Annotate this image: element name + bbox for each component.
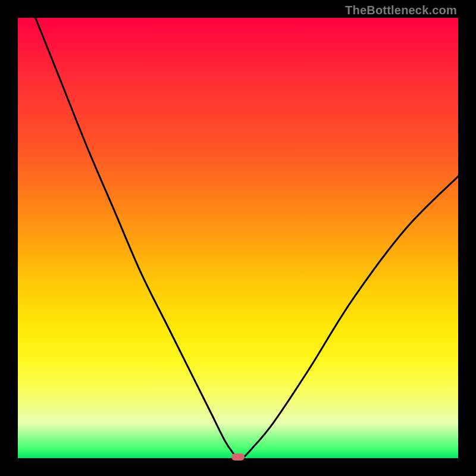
plot-area: [18, 18, 458, 458]
curve-svg: [18, 18, 458, 458]
chart-frame: TheBottleneck.com: [0, 0, 476, 476]
watermark-text: TheBottleneck.com: [345, 4, 457, 17]
optimum-marker: [231, 453, 245, 461]
bottleneck-curve: [36, 18, 458, 458]
